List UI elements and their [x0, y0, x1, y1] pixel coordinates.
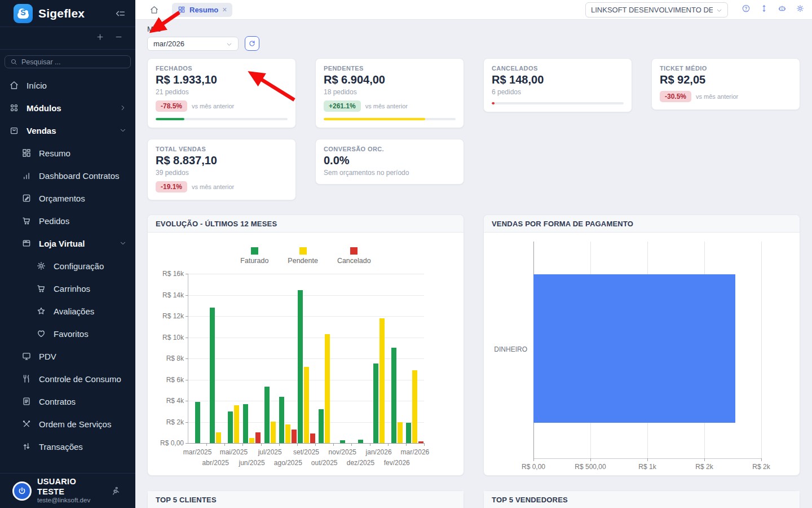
x-axis-tick	[533, 458, 534, 461]
kpi-value: R$ 1.933,10	[156, 73, 288, 86]
x-axis-tick	[424, 443, 425, 446]
y-axis-label: R$ 6k	[150, 376, 184, 384]
tools-icon	[21, 419, 32, 429]
company-select-value: LINKSOFT DESENVOLVIMENTO DE ...	[591, 6, 713, 14]
bar-pendente	[249, 438, 254, 443]
x-axis-label: nov/2025	[329, 448, 356, 456]
x-axis-label: jan/2026	[366, 448, 392, 456]
sidebar-item-avaliacoes[interactable]: Avaliações	[0, 300, 135, 322]
x-axis-tick	[647, 458, 648, 461]
sidebar-item-label: PDV	[39, 352, 56, 361]
kpi-card-total-vendas: TOTAL VENDASR$ 8.837,1039 pedidos-19.1%v…	[147, 139, 296, 200]
kpi-label: CANCELADOS	[492, 65, 624, 72]
avatar	[12, 481, 32, 501]
cart-icon	[21, 216, 32, 226]
y-axis-label: R$ 0,00	[150, 439, 184, 447]
user-email: teste@linksoft.dev	[37, 497, 105, 505]
sidebar-item-label: Orçamentos	[39, 194, 85, 203]
kpi-value: R$ 148,00	[492, 73, 624, 86]
x-axis-label: fev/2026	[384, 459, 410, 467]
home-icon[interactable]	[149, 5, 159, 15]
help-icon[interactable]	[742, 4, 751, 15]
bar-pendente	[325, 334, 330, 443]
kpi-card-cancelados: CANCELADOSR$ 148,006 pedidos	[483, 58, 632, 112]
kpi-progress-track	[156, 118, 288, 120]
kpi-subtext: Sem orçamentos no período	[324, 169, 456, 177]
sidebar-item-loja-virtual[interactable]: Loja Virtual	[0, 232, 135, 255]
x-axis-tick	[406, 443, 407, 446]
chevron-down-icon	[226, 41, 232, 47]
kpi-card-ticket-medio: TICKET MÉDIOR$ 92,05-30.5%vs mês anterio…	[651, 58, 800, 110]
refresh-button[interactable]	[245, 36, 259, 51]
bar-group-abr-2025	[206, 274, 224, 443]
tab-resumo[interactable]: Resumo ×	[172, 3, 232, 17]
sidebar-item-controle-de-consumo[interactable]: Controle de Consumo	[0, 367, 135, 390]
chevron-down-icon	[120, 127, 126, 134]
kpi-progress-track	[492, 102, 624, 104]
sidebar-item-ordem-de-servicos[interactable]: Ordem de Serviços	[0, 413, 135, 435]
sidebar-item-label: Resumo	[39, 148, 70, 158]
sidebar-item-contratos[interactable]: Contratos	[0, 390, 135, 413]
x-axis-tick	[224, 443, 225, 446]
sidebar-item-favoritos[interactable]: Favoritos	[0, 322, 135, 345]
sidebar-search-row	[0, 50, 135, 73]
search-input[interactable]	[21, 58, 125, 66]
robot-icon[interactable]	[778, 4, 787, 15]
sidebar-item-vendas[interactable]: Vendas	[0, 119, 135, 142]
kpi-subtext: 39 pedidos	[156, 169, 288, 177]
sidebar-item-carrinhos[interactable]: Carrinhos	[0, 277, 135, 300]
month-select[interactable]: mar/2026	[147, 37, 239, 51]
cart-icon	[36, 283, 46, 294]
chevron-right-icon	[120, 104, 126, 111]
bar-group-mai-2025	[224, 274, 242, 443]
x-axis-label: R$ 500,00	[575, 463, 606, 471]
user-row[interactable]: USUARIO TESTE teste@linksoft.dev	[0, 473, 135, 508]
main-area: Resumo × LINKSOFT DESENVOLVIMENTO DE ...…	[135, 0, 812, 508]
collapse-all-icon[interactable]	[114, 33, 123, 43]
x-axis-tick	[351, 443, 352, 446]
sidebar-collapse-icon[interactable]	[114, 7, 126, 20]
bar-groups	[188, 274, 424, 443]
close-icon[interactable]: ×	[222, 6, 227, 14]
sidebar-item-inicio[interactable]: Início	[0, 74, 135, 97]
sidebar-item-label: Dashboard Contratos	[39, 171, 120, 181]
gridline	[761, 242, 762, 458]
sidebar-item-label: Pedidos	[39, 216, 69, 226]
sidebar-item-label: Transações	[39, 442, 83, 452]
bar-pendente	[412, 370, 417, 443]
sidebar-item-transacoes[interactable]: Transações	[0, 435, 135, 458]
kpi-vs-text: vs mês anterior	[365, 103, 408, 110]
gear-icon[interactable]	[796, 4, 805, 15]
sidebar-item-configuracao[interactable]: Configuração	[0, 255, 135, 277]
x-axis-tick	[704, 458, 705, 461]
sidebar-item-orcamentos[interactable]: Orçamentos	[0, 187, 135, 209]
x-axis-label: mar/2025	[183, 448, 212, 456]
search-icon	[10, 58, 17, 65]
legend-label: Pendente	[288, 257, 318, 265]
sidebar-item-resumo[interactable]: Resumo	[0, 142, 135, 164]
kpi-change-badge: -78.5%	[156, 100, 187, 112]
sidebar-item-dashboard-contratos[interactable]: Dashboard Contratos	[0, 164, 135, 187]
expand-all-icon[interactable]	[96, 33, 104, 43]
sidebar-item-label: Favoritos	[54, 329, 89, 339]
resize-vertical-icon[interactable]	[760, 4, 769, 15]
x-axis-label: R$ 1k	[638, 463, 656, 471]
y-axis-label: R$ 2k	[150, 418, 184, 426]
x-axis-label: set/2025	[293, 448, 319, 456]
sidebar-item-modulos[interactable]: Módulos	[0, 97, 135, 119]
x-axis-label: mai/2025	[220, 448, 248, 456]
brand-name: Sigeflex	[38, 7, 85, 20]
refresh-icon	[248, 40, 256, 47]
legend-swatch	[251, 247, 258, 255]
x-axis-tick	[297, 443, 298, 446]
kpi-change-badge: +261.1%	[324, 100, 361, 112]
bar-pendente	[379, 318, 385, 443]
sidebar-item-label: Ordem de Serviços	[39, 419, 111, 429]
sidebar-item-pedidos[interactable]: Pedidos	[0, 209, 135, 232]
x-axis-tick	[761, 458, 762, 461]
company-select[interactable]: LINKSOFT DESENVOLVIMENTO DE ...	[585, 2, 728, 17]
sidebar-item-pdv[interactable]: PDV	[0, 345, 135, 367]
person-running-icon[interactable]	[111, 486, 121, 496]
bar-cancelado	[418, 441, 423, 443]
utensils-icon	[21, 374, 32, 384]
